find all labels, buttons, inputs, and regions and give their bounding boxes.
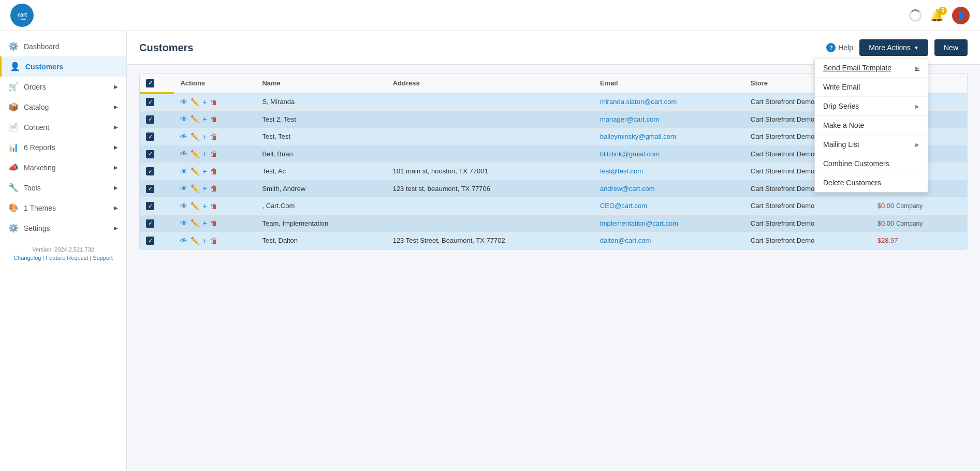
email-link[interactable]: implementation@cart.com <box>600 219 678 227</box>
dropdown-item-write-email[interactable]: Write Email <box>815 78 928 97</box>
name-header[interactable]: Name <box>256 73 386 93</box>
edit-icon[interactable]: ✏️ <box>191 150 199 158</box>
row-actions: 👁 ✏️ + 🗑 <box>174 215 256 232</box>
sidebar-item-orders[interactable]: 🛒 Orders ▶ <box>0 77 126 97</box>
sidebar-item-label: Catalog <box>24 103 49 111</box>
delete-icon[interactable]: 🗑 <box>210 133 217 141</box>
view-icon[interactable]: 👁 <box>180 219 187 227</box>
view-icon[interactable]: 👁 <box>180 202 187 210</box>
sidebar-item-reports[interactable]: 📊 6 Reports ▶ <box>0 137 126 157</box>
email-link[interactable]: andrew@cart.com <box>600 185 655 193</box>
sidebar-item-content[interactable]: 📄 Content ▶ <box>0 117 126 137</box>
user-avatar[interactable]: 👤 <box>952 7 970 24</box>
feature-request-link[interactable]: Feature Request <box>46 255 88 261</box>
sidebar-item-themes[interactable]: 🎨 1 Themes ▶ <box>0 198 126 218</box>
row-checkbox[interactable] <box>146 115 154 124</box>
delete-icon[interactable]: 🗑 <box>210 150 217 158</box>
select-all-checkbox[interactable] <box>146 79 154 87</box>
sidebar-footer: Version: 2024.2.521.732 Changelog | Feat… <box>0 238 126 269</box>
version-text: Version: 2024.2.521.732 <box>8 246 118 253</box>
support-link[interactable]: Support <box>93 255 113 261</box>
add-icon[interactable]: + <box>202 150 207 158</box>
email-header[interactable]: Email <box>594 73 744 93</box>
dropdown-item-send-email-template[interactable]: Send Email Template ▶ <box>815 58 928 78</box>
row-checkbox[interactable] <box>146 237 154 245</box>
notifications[interactable]: 🔔 5 <box>930 9 944 22</box>
email-link[interactable]: CEO@cart.com <box>600 202 647 210</box>
dropdown-item-delete-customers[interactable]: Delete Customers <box>815 173 928 192</box>
delete-icon[interactable]: 🗑 <box>210 167 217 175</box>
add-icon[interactable]: + <box>202 133 207 141</box>
add-icon[interactable]: + <box>202 219 207 227</box>
row-checkbox[interactable] <box>146 185 154 193</box>
view-icon[interactable]: 👁 <box>180 167 187 175</box>
delete-icon[interactable]: 🗑 <box>210 98 217 106</box>
address-header[interactable]: Address <box>387 73 594 93</box>
email-link[interactable]: miranda.slaton@cart.com <box>600 98 677 106</box>
email-link[interactable]: baileyminsky@gmail.com <box>600 133 676 140</box>
edit-icon[interactable]: ✏️ <box>191 133 199 141</box>
edit-icon[interactable]: ✏️ <box>191 184 199 193</box>
row-email: baileyminsky@gmail.com <box>594 128 744 145</box>
edit-icon[interactable]: ✏️ <box>191 219 199 227</box>
edit-icon[interactable]: ✏️ <box>191 202 199 210</box>
sidebar-item-tools[interactable]: 🔧 Tools ▶ <box>0 178 126 198</box>
row-email: blitzlink@gmail.com <box>594 145 744 163</box>
view-icon[interactable]: 👁 <box>180 115 187 123</box>
dropdown-item-drip-series[interactable]: Drip Series ▶ <box>815 97 928 116</box>
delete-icon[interactable]: 🗑 <box>210 219 217 227</box>
edit-icon[interactable]: ✏️ <box>191 115 199 123</box>
dropdown-item-make-note[interactable]: Make a Note <box>815 116 928 135</box>
email-link[interactable]: test@test.com <box>600 167 643 175</box>
more-actions-label: More Actions <box>869 43 911 52</box>
view-icon[interactable]: 👁 <box>180 98 187 106</box>
edit-icon[interactable]: ✏️ <box>191 167 199 175</box>
row-checkbox[interactable] <box>146 202 154 210</box>
dropdown-item-label: Mailing List <box>823 140 859 149</box>
row-checkbox[interactable] <box>146 98 154 106</box>
email-link[interactable]: manager@cart.com <box>600 115 659 123</box>
row-customer-type: Company <box>896 220 923 227</box>
delete-icon[interactable]: 🗑 <box>210 184 217 193</box>
add-icon[interactable]: + <box>202 167 207 175</box>
logo[interactable]: cart .com <box>10 4 34 27</box>
row-actions: 👁 ✏️ + 🗑 <box>174 197 256 215</box>
dropdown-item-mailing-list[interactable]: Mailing List ▶ <box>815 135 928 154</box>
dropdown-item-combine-customers[interactable]: Combine Customers <box>815 154 928 173</box>
changelog-link[interactable]: Changelog <box>13 255 41 261</box>
row-checkbox[interactable] <box>146 219 154 228</box>
sidebar-item-marketing[interactable]: 📣 Marketing ▶ <box>0 157 126 178</box>
new-button[interactable]: New <box>934 39 968 56</box>
view-icon[interactable]: 👁 <box>180 133 187 141</box>
svg-text:.com: .com <box>18 17 25 20</box>
select-all-header[interactable] <box>140 73 174 93</box>
row-amount: $28.97 <box>877 237 898 244</box>
row-checkbox[interactable] <box>146 167 154 175</box>
add-icon[interactable]: + <box>202 98 207 106</box>
sidebar-item-settings[interactable]: ⚙️ Settings ▶ <box>0 218 126 238</box>
more-actions-dropdown[interactable]: More Actions ▼ Send Email Template ▶ Wri… <box>859 39 928 56</box>
row-address: 123 Test Street, Beaumont, TX 77702 <box>387 232 594 249</box>
view-icon[interactable]: 👁 <box>180 184 187 193</box>
row-checkbox[interactable] <box>146 133 154 141</box>
add-icon[interactable]: + <box>202 115 207 123</box>
sidebar-item-dashboard[interactable]: ⚙️ Dashboard <box>0 36 126 56</box>
edit-icon[interactable]: ✏️ <box>191 237 199 245</box>
more-actions-button[interactable]: More Actions ▼ <box>859 39 928 56</box>
view-icon[interactable]: 👁 <box>180 150 187 158</box>
add-icon[interactable]: + <box>202 202 207 210</box>
add-icon[interactable]: + <box>202 184 207 193</box>
help-link[interactable]: ? Help <box>826 43 853 52</box>
sidebar-item-catalog[interactable]: 📦 Catalog ▶ <box>0 97 126 117</box>
sidebar-item-customers[interactable]: 👤 Customers <box>0 56 126 77</box>
view-icon[interactable]: 👁 <box>180 237 187 245</box>
delete-icon[interactable]: 🗑 <box>210 202 217 210</box>
email-link[interactable]: dalton@cart.com <box>600 237 651 244</box>
row-checkbox[interactable] <box>146 150 154 158</box>
delete-icon[interactable]: 🗑 <box>210 115 217 123</box>
delete-icon[interactable]: 🗑 <box>210 237 217 245</box>
email-link[interactable]: blitzlink@gmail.com <box>600 150 660 158</box>
edit-icon[interactable]: ✏️ <box>191 98 199 106</box>
add-icon[interactable]: + <box>202 237 207 245</box>
catalog-arrow: ▶ <box>114 104 118 110</box>
